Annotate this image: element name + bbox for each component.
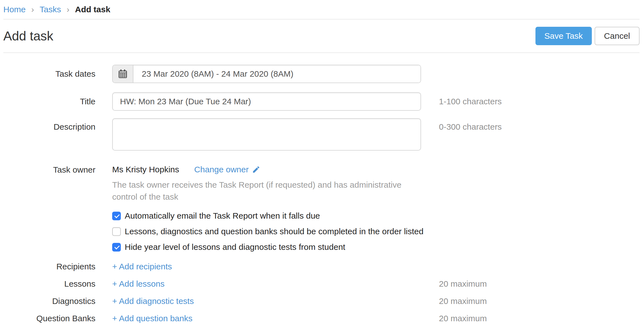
lessons-label: Lessons	[3, 279, 95, 289]
diagnostics-label: Diagnostics	[3, 296, 95, 306]
header-actions: Save Task Cancel	[535, 27, 640, 45]
diagnostics-row: Diagnostics + Add diagnostic tests 20 ma…	[3, 296, 640, 306]
save-task-button[interactable]: Save Task	[535, 27, 592, 45]
change-owner-label: Change owner	[194, 165, 249, 174]
checkbox-label: Hide year level of lessons and diagnosti…	[125, 242, 345, 252]
task-owner-label: Task owner	[3, 165, 95, 252]
checkbox-label: Automatically email the Task Report when…	[125, 211, 320, 221]
breadcrumb-current: Add task	[75, 5, 110, 14]
checkbox-icon[interactable]	[112, 243, 121, 252]
recipients-row: Recipients + Add recipients	[3, 262, 640, 271]
title-label: Title	[3, 92, 95, 111]
description-label: Description	[3, 118, 95, 153]
cancel-button[interactable]: Cancel	[595, 27, 640, 45]
checkbox-hide-year-level[interactable]: Hide year level of lessons and diagnosti…	[112, 242, 447, 252]
task-dates-label: Task dates	[3, 65, 95, 83]
checkbox-auto-email-report[interactable]: Automatically email the Task Report when…	[112, 211, 447, 221]
task-dates-row: Task dates	[3, 65, 640, 83]
add-task-page: Home › Tasks › Add task Add task Save Ta…	[0, 0, 644, 323]
add-recipients-link[interactable]: + Add recipients	[112, 262, 172, 271]
breadcrumb-separator-icon: ›	[67, 5, 69, 14]
diagnostics-hint: 20 maximum	[439, 296, 487, 306]
question-banks-row: Question Banks + Add question banks 20 m…	[3, 314, 640, 323]
question-banks-label: Question Banks	[3, 314, 95, 323]
recipients-label: Recipients	[3, 262, 95, 271]
task-dates-input-group	[112, 65, 421, 83]
page-header: Add task Save Task Cancel	[3, 20, 640, 53]
task-dates-input[interactable]	[133, 65, 420, 83]
lessons-row: Lessons + Add lessons 20 maximum	[3, 279, 640, 289]
lessons-hint: 20 maximum	[439, 279, 487, 289]
change-owner-link[interactable]: Change owner	[194, 165, 260, 174]
breadcrumb: Home › Tasks › Add task	[3, 0, 640, 20]
question-banks-hint: 20 maximum	[439, 314, 487, 323]
task-owner-row: Task owner Ms Kristy Hopkins Change owne…	[3, 165, 640, 252]
description-input[interactable]	[112, 118, 421, 151]
description-hint: 0-300 characters	[439, 118, 502, 153]
task-owner-name: Ms Kristy Hopkins	[112, 165, 179, 174]
add-diagnostic-tests-link[interactable]: + Add diagnostic tests	[112, 296, 194, 306]
page-title: Add task	[3, 28, 53, 44]
task-options: Automatically email the Task Report when…	[112, 211, 447, 252]
title-row: Title 1-100 characters	[3, 92, 640, 111]
add-lessons-link[interactable]: + Add lessons	[112, 279, 165, 288]
checkbox-completed-in-order[interactable]: Lessons, diagnostics and question banks …	[112, 227, 447, 236]
checkbox-label: Lessons, diagnostics and question banks …	[125, 227, 424, 236]
pencil-icon	[252, 165, 260, 174]
breadcrumb-separator-icon: ›	[31, 5, 34, 14]
add-question-banks-link[interactable]: + Add question banks	[112, 314, 193, 323]
task-owner-helper-text: The task owner receives the Task Report …	[112, 179, 418, 203]
checkbox-icon[interactable]	[112, 227, 121, 236]
title-hint: 1-100 characters	[439, 92, 502, 111]
description-row: Description 0-300 characters	[3, 118, 640, 153]
calendar-icon[interactable]	[113, 65, 133, 83]
breadcrumb-tasks[interactable]: Tasks	[40, 5, 61, 14]
breadcrumb-home[interactable]: Home	[3, 5, 26, 14]
checkbox-icon[interactable]	[112, 212, 121, 220]
title-input[interactable]	[112, 92, 421, 111]
add-task-form: Task dates	[3, 53, 640, 323]
